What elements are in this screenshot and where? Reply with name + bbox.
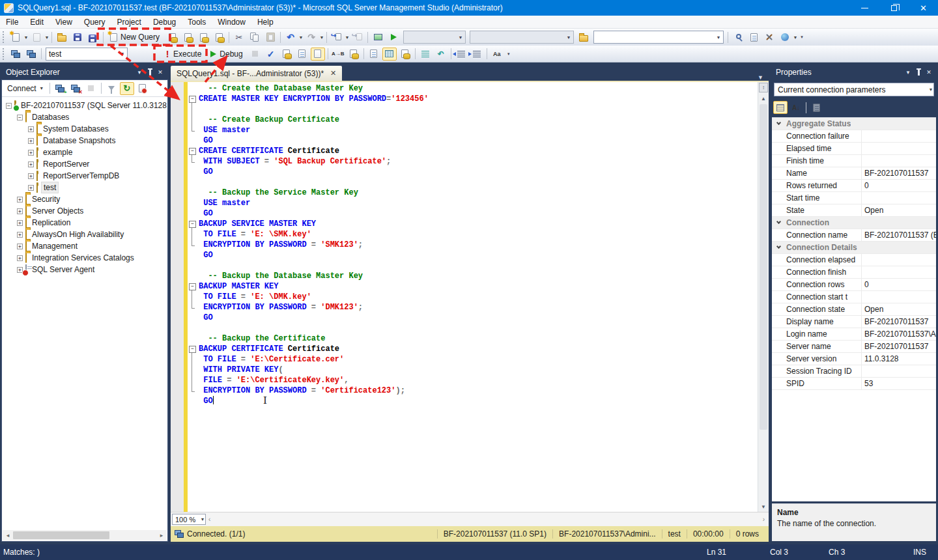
web-browser-icon[interactable] (778, 31, 792, 44)
property-value[interactable] (862, 365, 936, 377)
disabled-reports-icon[interactable] (135, 82, 150, 95)
code-line-17[interactable]: GO (188, 250, 757, 260)
expand-icon[interactable]: + (17, 244, 23, 249)
property-value[interactable] (862, 192, 936, 204)
menu-tools[interactable]: Tools (182, 16, 212, 29)
code-area[interactable]: -- Create the Database Master KeyCREATE … (188, 83, 757, 512)
xmla-query-icon[interactable] (212, 31, 226, 44)
outline-collapse-icon[interactable] (188, 344, 199, 354)
property-row-login-name[interactable]: Login nameBF-202107011537\Admi (772, 328, 936, 341)
expand-icon[interactable]: + (28, 138, 34, 144)
property-row-name[interactable]: NameBF-202107011537 (772, 167, 936, 180)
code-line-11[interactable]: -- Backup the Service Master Key (188, 188, 757, 198)
uncomment-icon[interactable]: ↶ (434, 48, 448, 61)
property-row-state[interactable]: StateOpen (772, 204, 936, 217)
collapse-chevron-icon[interactable] (772, 247, 785, 248)
editor-hscrollbar[interactable]: ‹› (206, 516, 767, 523)
code-line-4[interactable]: -- Create Backup Certificate (188, 115, 757, 125)
sql-editor-surface[interactable]: -- Create the Database Master KeyCREATE … (171, 81, 769, 512)
close-panel-icon[interactable]: ✕ (924, 67, 934, 77)
code-line-24[interactable] (188, 323, 757, 333)
property-row-connection-finish[interactable]: Connection finish (772, 266, 936, 279)
property-row-server-name[interactable]: Server nameBF-202107011537 (772, 341, 936, 353)
template-params-icon[interactable]: A→B (331, 48, 345, 61)
tree-item-reportservertempdb[interactable]: +ReportServerTempDB (2, 170, 167, 182)
code-line-2[interactable]: CREATE MASTER KEY ENCRYPTION BY PASSWORD… (188, 94, 757, 104)
property-value[interactable]: 0 (862, 279, 936, 290)
property-row-elapsed-time[interactable]: Elapsed time (772, 143, 936, 155)
property-row-start-time[interactable]: Start time (772, 192, 936, 204)
editor-vscrollbar[interactable]: ↕ ▲ ▼ (758, 82, 769, 512)
property-value[interactable]: BF-202107011537\Admi (862, 328, 936, 340)
collapse-chevron-icon[interactable] (772, 123, 785, 124)
menu-edit[interactable]: Edit (24, 16, 50, 29)
available-databases-combo[interactable]: test▼ (46, 48, 128, 61)
chevron-down-icon[interactable]: ▼ (298, 35, 304, 40)
code-line-20[interactable]: BACKUP MASTER KEY (188, 281, 757, 292)
close-panel-icon[interactable]: ✕ (155, 67, 165, 77)
properties-object-combo[interactable]: Current connection parameters ▼ (774, 83, 934, 96)
collapse-icon[interactable]: − (17, 115, 23, 120)
change-case-icon[interactable]: Aa (490, 48, 504, 61)
results-to-file-icon[interactable] (398, 48, 412, 61)
code-line-1[interactable]: -- Create the Database Master Key (188, 83, 757, 94)
results-to-text-icon[interactable] (367, 48, 381, 61)
property-category-connection[interactable]: Connection (772, 217, 936, 229)
property-row-rows-returned[interactable]: Rows returned0 (772, 180, 936, 192)
hscroll-thumb[interactable] (13, 531, 109, 539)
tree-item-example[interactable]: +example (2, 147, 167, 158)
code-line-14[interactable]: BACKUP SERVICE MASTER KEY (188, 219, 757, 229)
database-engine-query-icon[interactable] (165, 31, 179, 44)
code-line-9[interactable]: GO (188, 167, 757, 177)
property-category-connection-details[interactable]: Connection Details (772, 242, 936, 254)
new-project-icon[interactable] (8, 31, 23, 44)
zoom-level-combo[interactable]: 100 % ▼ (172, 514, 206, 525)
code-line-28[interactable]: WITH PRIVATE KEY( (188, 365, 757, 375)
estimated-plan-icon[interactable] (279, 48, 294, 61)
code-line-5[interactable]: USE master (188, 125, 757, 135)
menu-debug[interactable]: Debug (147, 16, 182, 29)
tree-item-integration-services-catalogs[interactable]: +Integration Services Catalogs (2, 252, 167, 264)
connect-icon[interactable]: + (8, 48, 23, 61)
property-row-connection-failure[interactable]: Connection failure (772, 130, 936, 143)
chevron-down-icon[interactable]: ▼ (44, 35, 50, 40)
categorized-icon[interactable] (773, 101, 788, 114)
expand-icon[interactable]: + (17, 232, 23, 238)
property-value[interactable]: BF-202107011537 (862, 167, 936, 179)
debug-button[interactable]: Debug (206, 47, 247, 61)
auto-hide-pin-icon[interactable] (145, 67, 155, 77)
scroll-right-icon[interactable]: ▸ (156, 532, 167, 539)
code-line-21[interactable]: TO FILE = 'E: \DMK.key' (188, 292, 757, 302)
close-button[interactable]: ✕ (909, 0, 938, 16)
code-line-26[interactable]: BACKUP CERTIFICATE Certificate (188, 344, 757, 354)
chevron-down-icon[interactable]: ▼ (23, 35, 29, 40)
code-line-16[interactable]: ENCRYPTION BY PASSWORD = 'SMK123'; (188, 240, 757, 250)
code-line-3[interactable] (188, 104, 757, 115)
undo-icon[interactable]: ↶ (283, 31, 298, 44)
start-powershell-icon[interactable] (386, 31, 401, 44)
expand-icon[interactable]: + (17, 208, 23, 214)
results-to-grid-icon[interactable] (382, 48, 397, 61)
code-line-8[interactable]: WITH SUBJECT = 'SQL Backup Certificate'; (188, 156, 757, 167)
dmx-query-icon[interactable] (196, 31, 210, 44)
property-value[interactable]: Open (862, 204, 936, 216)
increase-indent-icon[interactable] (470, 48, 484, 61)
window-position-icon[interactable]: ▾ (903, 67, 913, 77)
property-value[interactable]: 0 (862, 180, 936, 191)
template-explorer-icon[interactable] (576, 31, 591, 44)
tree-item-sql-server-agent[interactable]: +SQL Server Agent (2, 264, 167, 275)
property-value[interactable]: BF-202107011537 (862, 341, 936, 352)
chevron-down-icon[interactable]: ▼ (793, 35, 798, 40)
property-row-spid[interactable]: SPID53 (772, 378, 936, 390)
property-row-connection-rows[interactable]: Connection rows0 (772, 279, 936, 291)
object-search-icon[interactable] (731, 31, 745, 44)
expand-icon[interactable]: + (28, 150, 34, 156)
property-value[interactable] (862, 266, 936, 278)
code-line-19[interactable]: -- Backup the Database Master Key (188, 271, 757, 281)
expand-icon[interactable]: + (28, 185, 34, 191)
property-value[interactable]: BF-202107011537 (862, 316, 936, 328)
mdx-query-icon[interactable] (180, 31, 195, 44)
auto-hide-pin-icon[interactable] (913, 67, 924, 77)
code-line-27[interactable]: TO FILE = 'E:\Certificate.cer' (188, 354, 757, 365)
property-row-connection-start-t[interactable]: Connection start t (772, 291, 936, 303)
